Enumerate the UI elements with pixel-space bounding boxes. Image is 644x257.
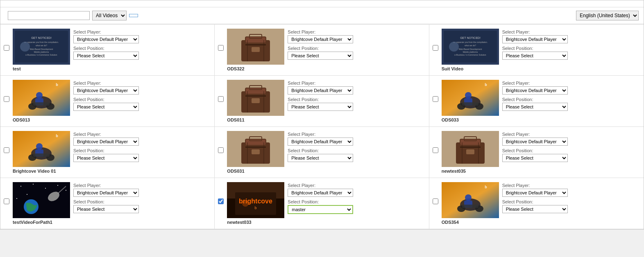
video-checkbox[interactable] (4, 147, 9, 153)
checkbox-col (218, 182, 224, 205)
checkbox-col (218, 80, 224, 103)
checkbox-col (218, 29, 224, 52)
video-cell: b ODS354Select Player:Brightcove Default… (429, 178, 644, 229)
player-select[interactable]: Brightcove Default Player (502, 138, 568, 146)
video-controls: Select Player:Brightcove Default PlayerS… (73, 131, 211, 162)
search-input[interactable] (8, 11, 90, 20)
svg-text:b: b (485, 83, 487, 87)
player-select[interactable]: Brightcove Default Player (502, 35, 568, 43)
svg-text:Web-Based Development: Web-Based Development (458, 48, 482, 50)
svg-point-46 (465, 92, 472, 99)
video-checkbox[interactable] (433, 45, 438, 51)
video-checkbox[interactable] (4, 96, 9, 102)
position-select[interactable]: Please Selectmastersidebarfooter (73, 103, 139, 111)
checkbox-col (218, 131, 224, 154)
position-label: Select Position: (73, 148, 211, 153)
player-select[interactable]: Brightcove Default Player (288, 189, 353, 197)
video-name: ODS354 (442, 220, 499, 225)
svg-text:e-Business / e-Commerce Soluti: e-Business / e-Commerce Solution (25, 54, 57, 56)
player-select[interactable]: Brightcove Default Player (73, 86, 139, 95)
video-checkbox[interactable] (433, 96, 438, 102)
player-label: Select Player: (288, 183, 425, 188)
video-thumb: GET NOTICED! we separate you from the co… (442, 29, 499, 71)
video-cell: newtest035Select Player:Brightcove Defau… (429, 127, 644, 178)
position-label: Select Position: (288, 46, 425, 51)
svg-rect-66 (252, 149, 260, 154)
svg-text:what we do?: what we do? (465, 44, 476, 47)
video-checkbox[interactable] (218, 96, 224, 102)
svg-text:Mobile platforms: Mobile platforms (463, 51, 478, 53)
video-checkbox[interactable] (218, 198, 224, 204)
page-container: All Videos Tags Video ID English (United… (0, 0, 644, 230)
player-select[interactable]: Brightcove Default Player (288, 138, 353, 146)
video-checkbox[interactable] (4, 45, 9, 51)
position-select[interactable]: Please Selectmastersidebarfooter (73, 154, 139, 162)
svg-rect-75 (466, 149, 474, 154)
checkbox-col (4, 182, 9, 205)
language-select[interactable]: English (United States) French Spanish (576, 11, 639, 20)
video-checkbox[interactable] (218, 45, 224, 51)
video-controls: Select Player:Brightcove Default PlayerS… (502, 29, 640, 60)
svg-point-29 (36, 92, 43, 99)
video-name: test (13, 66, 70, 71)
position-select[interactable]: Please Selectmastersidebarfooter (502, 154, 568, 162)
position-select[interactable]: Please Selectmastersidebarfooter (73, 205, 139, 213)
position-label: Select Position: (502, 46, 640, 51)
position-label: Select Position: (502, 97, 640, 102)
video-checkbox[interactable] (433, 198, 438, 204)
video-thumb: b ODS033 (442, 80, 499, 122)
video-controls: Select Player:Brightcove Default PlayerS… (288, 80, 425, 111)
player-select[interactable]: Brightcove Default Player (288, 86, 353, 95)
position-select[interactable]: Please Selectmastersidebarfooter (73, 52, 139, 60)
filter-select[interactable]: All Videos Tags Video ID (92, 11, 127, 20)
player-select[interactable]: Brightcove Default Player (288, 35, 353, 43)
position-label: Select Position: (288, 148, 425, 153)
find-button[interactable] (129, 14, 138, 17)
checkbox-col (4, 131, 9, 154)
video-thumb: ODS322 (227, 29, 284, 71)
svg-rect-65 (245, 147, 266, 148)
video-name: Suit Video (442, 66, 499, 71)
position-select[interactable]: Please Selectmastersidebarfooter (288, 103, 353, 111)
position-label: Select Position: (73, 199, 211, 204)
video-thumb: GET NOTICED! we separate you from the co… (13, 29, 70, 71)
position-label: Select Position: (73, 97, 211, 102)
position-select[interactable]: Please Selectmastersidebarfooter (502, 103, 568, 111)
video-name: newtest035 (442, 169, 499, 174)
checkbox-col (433, 131, 438, 154)
player-label: Select Player: (73, 29, 211, 34)
position-select[interactable]: Please Selectmastersidebarfooter (288, 205, 353, 214)
svg-rect-50 (462, 102, 478, 106)
svg-rect-78 (13, 182, 70, 218)
position-select[interactable]: Please Selectmastersidebarfooter (288, 52, 353, 60)
checkbox-col (4, 29, 9, 52)
player-select[interactable]: Brightcove Default Player (73, 189, 139, 197)
video-cell: b ODS033Select Player:Brightcove Default… (429, 76, 644, 127)
video-checkbox[interactable] (433, 147, 438, 153)
player-select[interactable]: Brightcove Default Player (73, 35, 139, 43)
video-controls: Select Player:Brightcove Default PlayerS… (502, 182, 640, 213)
player-select[interactable]: Brightcove Default Player (502, 189, 568, 197)
video-checkbox[interactable] (218, 147, 224, 153)
svg-rect-33 (33, 102, 50, 106)
position-select[interactable]: Please Selectmastersidebarfooter (288, 154, 353, 162)
svg-rect-38 (245, 88, 266, 94)
video-controls: Select Player:Brightcove Default PlayerS… (288, 131, 425, 162)
position-select[interactable]: Please Selectmastersidebarfooter (502, 205, 568, 213)
video-thumb: ODS031 (227, 131, 284, 174)
checkbox-col (433, 29, 438, 52)
svg-text:b: b (255, 206, 257, 210)
player-label: Select Player: (73, 81, 211, 86)
video-controls: Select Player:Brightcove Default PlayerS… (502, 80, 640, 111)
video-cell: GET NOTICED! we separate you from the co… (429, 25, 644, 76)
svg-point-79 (20, 186, 21, 187)
position-select[interactable]: Please Selectmastersidebarfooter (502, 52, 568, 60)
player-label: Select Player: (288, 29, 425, 34)
player-select[interactable]: Brightcove Default Player (73, 138, 139, 146)
video-controls: Select Player:Brightcove Default PlayerS… (502, 131, 640, 162)
svg-rect-101 (462, 205, 478, 208)
video-cell: brightcove b newtest033Select Player:Bri… (215, 178, 429, 229)
video-checkbox[interactable] (4, 198, 9, 204)
player-select[interactable]: Brightcove Default Player (502, 86, 568, 95)
position-label: Select Position: (288, 97, 425, 102)
